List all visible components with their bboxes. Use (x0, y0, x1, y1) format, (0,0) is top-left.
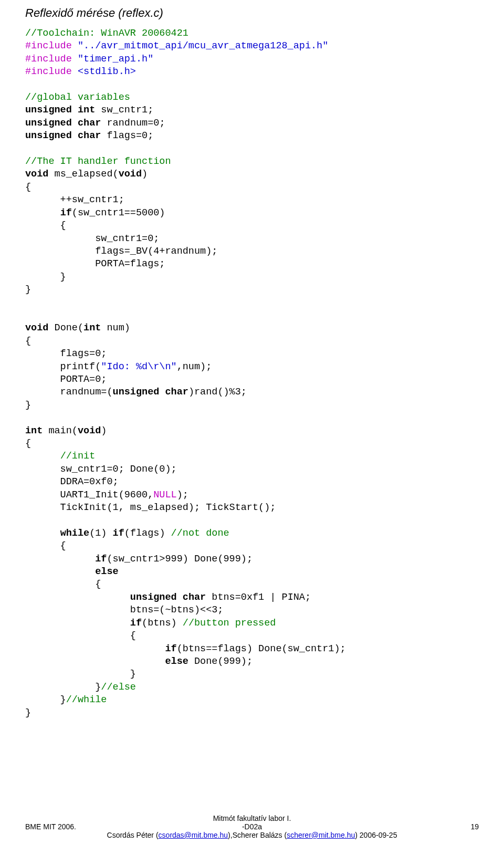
code-line: btns=0xf1 | PINA; (206, 592, 311, 603)
code-line: main( (43, 425, 78, 436)
code-line (25, 554, 95, 565)
code-line: sw_cntr1=0; Done(0); (25, 464, 177, 475)
footer-page-number: 19 (328, 822, 479, 831)
code-line: } (25, 272, 66, 283)
code-line: void (25, 322, 48, 334)
code-line: { (25, 336, 31, 347)
code-line (25, 618, 130, 629)
footer-text: ),Scherer Balázs ( (228, 831, 287, 839)
code-line: { (25, 540, 66, 551)
code-line: //The IT handler function (25, 156, 171, 167)
code-line: PORTA=0; (25, 374, 107, 385)
code-line: { (25, 182, 31, 193)
code-line: #include (25, 66, 72, 77)
code-line: (sw_cntr1>999) Done(999); (107, 554, 253, 565)
code-line: "Ido: %d\r\n" (101, 361, 176, 372)
code-line: TickInit(1, ms_elapsed); TickStart(); (25, 502, 276, 513)
code-line: ms_elapsed( (55, 169, 119, 180)
code-line: //not done (171, 528, 229, 539)
code-line: ) (101, 425, 107, 436)
footer-text: Csordás Péter ( (107, 831, 159, 839)
page-title: Reflexidő mérése (reflex.c) (25, 6, 479, 20)
code-line: void (119, 169, 142, 180)
document-page: Reflexidő mérése (reflex.c) //Toolchain:… (0, 0, 504, 843)
code-line: ,num); (177, 361, 212, 372)
code-line (25, 656, 165, 667)
code-line: if (95, 554, 107, 565)
code-line: } (25, 669, 136, 680)
code-line: unsigned (25, 130, 72, 141)
code-line: //init (60, 451, 96, 462)
page-footer: Mitmót fakultatív labor I. BME MIT 2006.… (25, 814, 479, 839)
code-line: PORTA=flags; (25, 258, 165, 269)
footer-center: -D02a (176, 822, 328, 831)
code-line: flags=0; (25, 348, 107, 359)
code-line: { (25, 438, 31, 449)
code-line: { (25, 630, 136, 641)
code-line: printf( (25, 361, 101, 372)
code-line: "../avr_mitmot_api/mcu_avr_atmega128_api… (78, 40, 328, 51)
code-block: //Toolchain: WinAVR 20060421 #include ".… (25, 27, 479, 720)
footer-authors: Csordás Péter (csordas@mit.bme.hu),Scher… (25, 831, 479, 839)
code-line (25, 643, 165, 654)
code-line: //while (66, 694, 107, 705)
code-line: #include (25, 40, 72, 51)
code-line: unsigned (113, 387, 160, 398)
code-line: while (60, 528, 90, 539)
code-line: char (78, 118, 101, 129)
code-line: ) (142, 169, 148, 180)
code-line (25, 592, 130, 603)
code-line (25, 451, 60, 462)
code-line: btns=(~btns)<<3; (25, 605, 223, 616)
code-line: int (25, 425, 43, 436)
code-line: } (25, 400, 31, 411)
footer-left: BME MIT 2006. (25, 822, 176, 831)
code-line: UART1_Init(9600, (25, 489, 153, 501)
code-line: if (165, 643, 176, 654)
footer-email-link[interactable]: csordas@mit.bme.hu (159, 831, 228, 839)
code-line: int (83, 322, 101, 334)
code-line: randnum=( (25, 387, 113, 398)
code-line: //global variables (25, 92, 130, 103)
code-line: char (78, 130, 101, 141)
footer-email-link[interactable]: scherer@mit.bme.hu (287, 831, 355, 839)
code-line: char (183, 592, 206, 603)
footer-title: Mitmót fakultatív labor I. (25, 814, 479, 822)
code-line: //button pressed (183, 618, 276, 629)
code-line: } (25, 284, 31, 295)
code-line: (flags) (124, 528, 171, 539)
code-line (25, 566, 95, 577)
code-line: if (113, 528, 124, 539)
code-line: void (78, 425, 101, 436)
code-line (177, 592, 183, 603)
code-line: { (25, 220, 66, 231)
code-line (159, 387, 165, 398)
code-line: NULL (153, 489, 176, 501)
code-line: void (25, 169, 48, 180)
code-line (25, 207, 60, 218)
code-line: (btns==flags) Done(sw_cntr1); (177, 643, 346, 654)
code-line: Done(999); (188, 656, 253, 667)
code-line: ++sw_cntr1; (25, 194, 124, 205)
code-line: //else (101, 682, 136, 693)
code-line: flags=_BV(4+randnum); (25, 246, 217, 257)
code-line: unsigned (25, 105, 72, 116)
code-line: { (25, 579, 101, 590)
code-line: sw_cntr1; (101, 105, 153, 116)
code-line: )rand()%3; (188, 387, 247, 398)
code-line: else (165, 656, 188, 667)
code-line: if (60, 207, 72, 218)
code-line: (1) (89, 528, 112, 539)
code-line: unsigned (130, 592, 177, 603)
code-line: (btns) (142, 618, 183, 629)
code-line: } (25, 694, 66, 705)
footer-text: ) 2006-09-25 (355, 831, 397, 839)
code-line: unsigned (25, 118, 72, 129)
code-line: <stdlib.h> (78, 66, 136, 77)
code-line: #include (25, 54, 72, 65)
code-line: else (95, 566, 118, 577)
code-line: int (78, 105, 95, 116)
code-line: //Toolchain: WinAVR 20060421 (25, 28, 188, 39)
code-line: "timer_api.h" (78, 54, 153, 65)
code-line: flags=0; (107, 130, 153, 141)
